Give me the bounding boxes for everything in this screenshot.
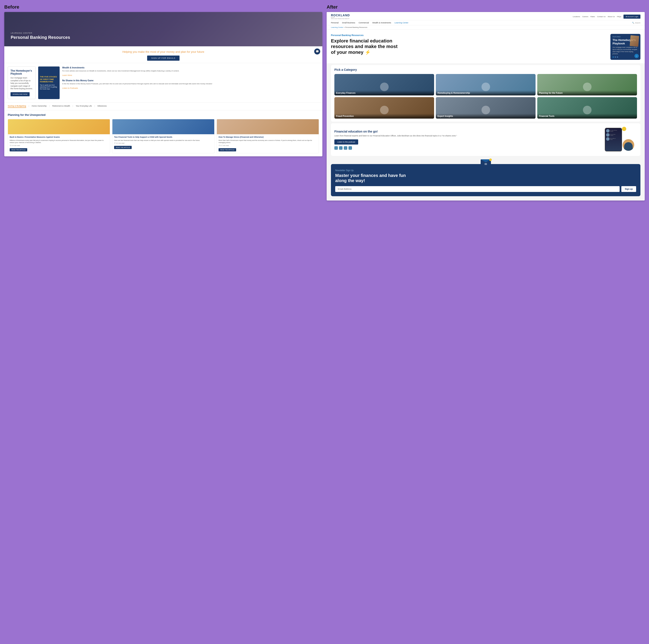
after-nav-contact[interactable]: Contact Us	[597, 16, 606, 17]
before-article-link-0[interactable]: Learn More	[62, 74, 72, 76]
before-article-item-0: Wealth & Investments For more articles a…	[62, 67, 319, 77]
after-newsletter-line1: Master your finances and have fun	[335, 173, 406, 178]
after-dot-2[interactable]	[615, 56, 616, 58]
apple-podcast-icon[interactable]: ♪	[339, 146, 343, 150]
before-playbook-desc: Our mortgage team compiled a list of tip…	[10, 77, 33, 90]
google-podcast-icon[interactable]: ♪	[344, 146, 347, 150]
after-search[interactable]: 🔍 Search	[632, 22, 640, 24]
cat-person-everyday	[380, 83, 389, 91]
after-podcast-streaming-icons: ♪ ♪ ♪ ♪	[334, 146, 599, 150]
after-category-label-0: Everyday Finances	[334, 90, 434, 95]
before-tab-everyday[interactable]: Your Everyday Life	[76, 105, 92, 108]
amazon-music-icon[interactable]: ♪	[349, 146, 352, 150]
after-category-homebuying[interactable]: Homebuying & Homeownership	[436, 74, 535, 95]
before-five-stages-title: THE FIVE STAGES OF FIRST-TIME HOMEBUYING	[40, 76, 58, 83]
before-column: Before LEARNING CENTER Personal Banking …	[4, 4, 322, 640]
after-phone-row-1: No Shame MoneyEpisode	[606, 129, 621, 133]
after-dot-3[interactable]	[617, 56, 618, 58]
before-read-btn-1[interactable]: READ THE ARTICLE	[114, 146, 132, 149]
before-tab-milestones[interactable]: Milestones	[98, 105, 107, 108]
after-nav-personal[interactable]: Personal	[331, 22, 339, 24]
before-article-desc-1: In the No Shame in this Money Game Podca…	[62, 83, 319, 85]
after-account-button[interactable]: ⊕ Account Login	[623, 14, 640, 19]
after-nav-wealth[interactable]: Wealth & Investments	[372, 22, 391, 24]
before-featured-section: The Homebuyer's Playbook Our mortgage te…	[4, 63, 322, 103]
after-nav-bottom: Personal Small Business Commercial Wealt…	[331, 20, 640, 25]
after-featured-card: Featured The Homebuyer's Playbook Our mo…	[610, 34, 640, 60]
after-category-expert[interactable]: Expert Insights	[436, 97, 535, 119]
after-category-grid: Everyday Finances Homebuying & Homeowner…	[334, 74, 637, 119]
before-hero-content: LEARNING CENTER Personal Banking Resourc…	[11, 32, 316, 40]
chat-icon[interactable]: 💬	[314, 48, 320, 54]
before-playbook-card: The Homebuyer's Playbook Our mortgage te…	[8, 67, 36, 99]
after-phone-text-1: No Shame MoneyEpisode	[610, 130, 617, 132]
before-article-title-0: Wealth & Investments	[62, 67, 319, 69]
after-category-financial[interactable]: Financial Tools	[537, 97, 637, 119]
after-nav-commercial[interactable]: Commercial	[359, 22, 369, 24]
after-nav-rates[interactable]: Rates	[591, 16, 595, 17]
after-dot-1[interactable]	[612, 56, 614, 58]
after-logo-tagline: Where Each Relationship Matters®	[331, 18, 350, 19]
after-nav-faqs[interactable]: FAQs	[617, 16, 621, 17]
after-mail-envelope: ✉	[484, 162, 487, 166]
after-category-section: Pick a Category Everyday Finances Homebu…	[331, 65, 640, 122]
before-read-time-1: ⏱ 4.4 min read	[114, 142, 213, 144]
before-read-btn-0[interactable]: READ THE ARTICLE	[10, 148, 27, 152]
cat-person-planning	[583, 83, 592, 91]
after-nav-main-links: Personal Small Business Commercial Wealt…	[331, 22, 408, 24]
after-logo-name: ROCKLAND	[331, 14, 350, 17]
after-phone-text-2: Financial TipsPodcast	[610, 134, 615, 136]
tab-divider-4: |	[94, 105, 95, 108]
tab-divider-1: |	[29, 105, 29, 108]
after-category-fraud[interactable]: Fraud Prevention	[334, 97, 434, 119]
after-breadcrumb-learning[interactable]: Learning Center	[331, 27, 343, 28]
before-article-card-title-1: Two Financial Tools to Help Support a Ch…	[114, 136, 213, 138]
before-read-time-2: ⏱ 6.7 min read	[219, 145, 317, 146]
after-category-label-1: Homebuying & Homeownership	[436, 90, 535, 95]
after-phone-mockup: No Shame MoneyEpisode Financial TipsPodc…	[605, 128, 622, 152]
after-newsletter-heading: Master your finances and have fun along …	[335, 173, 636, 183]
before-article-desc-0: For more articles and resources on Wealt…	[62, 70, 319, 72]
after-featured-desc: Our mortgage team compiled a list of tip…	[612, 46, 638, 55]
before-tagline-section: Helping you make the most of your money …	[4, 46, 322, 63]
after-podcast-button[interactable]: Listen to the podcast	[334, 139, 358, 144]
after-phone-avatar-1	[606, 129, 610, 133]
spotify-icon[interactable]: ♪	[334, 146, 338, 150]
after-category-everyday[interactable]: Everyday Finances	[334, 74, 434, 95]
after-phone-avatar-2	[606, 133, 610, 137]
after-column: After ROCKLAND BANK Where Each Relations…	[327, 4, 645, 640]
before-article-card-desc-2: More than half of Americans report that …	[219, 139, 317, 144]
after-mail-icon-wrapper: ✉	[331, 159, 640, 167]
before-signup-button[interactable]: SIGN UP FOR EMAILS	[147, 55, 180, 61]
before-read-btn-2[interactable]: READ THE ARTICLE	[219, 148, 236, 152]
before-article-title-1: No Shame in this Money Game	[62, 79, 319, 82]
after-email-input[interactable]	[335, 186, 620, 192]
cat-person-fraud	[380, 106, 389, 114]
before-article-card-title-0: Back to Basics: Preventative Measures Ag…	[10, 136, 108, 138]
after-nav-learning[interactable]: Learning Center	[394, 22, 408, 24]
before-tab-saving[interactable]: Saving & Budgeting	[8, 105, 26, 108]
after-nav-small-business[interactable]: Small Business	[342, 22, 355, 24]
after-nav-about[interactable]: About Us	[608, 16, 615, 17]
before-article-link-1[interactable]: Listen to Podcasts	[62, 87, 78, 89]
cat-person-homebuying	[481, 83, 490, 91]
before-tab-retirement[interactable]: Retirement & Wealth	[52, 105, 70, 108]
before-download-button[interactable]: DOWNLOAD NOW	[10, 92, 30, 96]
before-panel: LEARNING CENTER Personal Banking Resourc…	[4, 12, 322, 156]
after-host-body	[624, 142, 633, 151]
after-signup-button[interactable]: Sign up	[621, 186, 636, 192]
search-icon: 🔍	[632, 22, 634, 24]
after-nav-careers[interactable]: Careers	[582, 16, 588, 17]
after-nav-locations[interactable]: Locations	[573, 16, 580, 17]
before-articles-section: Planning for the Unexpected Back to Basi…	[4, 110, 322, 156]
after-category-label-5: Financial Tools	[537, 114, 637, 119]
before-right-articles: Wealth & Investments For more articles a…	[62, 67, 319, 99]
cat-person-expert	[481, 106, 490, 114]
after-category-planning[interactable]: Planning for the Future	[537, 74, 637, 95]
before-tabs: Saving & Budgeting | Home Ownership | Re…	[4, 103, 322, 110]
after-page-title: Personal Banking Resources	[331, 34, 607, 37]
after-featured-book-decoration	[630, 35, 639, 47]
before-article-card-desc-1: Here are two financial tools that can he…	[114, 139, 213, 142]
before-hero: LEARNING CENTER Personal Banking Resourc…	[4, 12, 322, 46]
before-tab-home[interactable]: Home Ownership	[32, 105, 47, 108]
